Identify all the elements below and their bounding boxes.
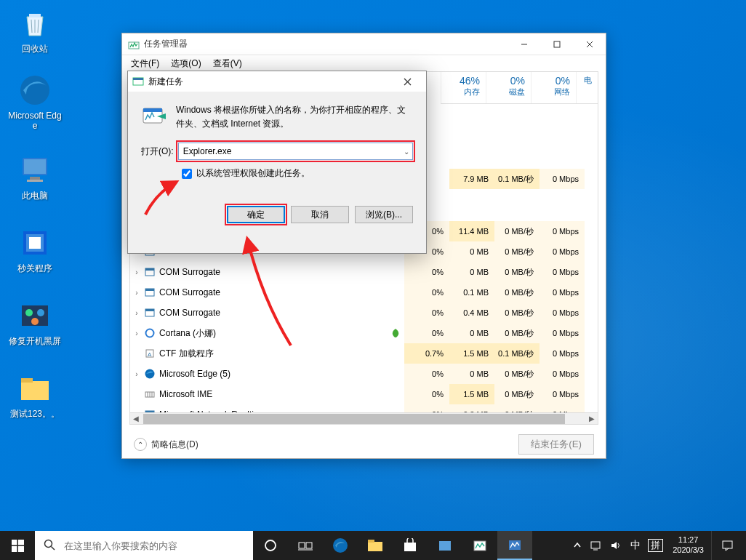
notifications-icon[interactable] — [711, 531, 743, 560]
desktop-icon-this-pc[interactable]: 此电脑 — [7, 153, 63, 201]
cell-cpu: 0% — [404, 323, 449, 343]
svg-rect-49 — [12, 540, 17, 545]
task-manager-icon — [128, 39, 140, 50]
partial-row: 7.9 MB 0.1 MB/秒 0 Mbps — [449, 169, 598, 189]
taskbar-store[interactable] — [393, 531, 428, 560]
desktop-icon-label: 秒关程序 — [7, 263, 63, 273]
start-button[interactable] — [0, 531, 35, 560]
svg-point-13 — [25, 309, 33, 316]
fewer-details-toggle[interactable]: ⌃ 简略信息(D) — [134, 438, 198, 451]
run-program-icon — [141, 103, 167, 129]
cell-disk: 0 MB/秒 — [494, 282, 540, 303]
cortana-icon[interactable] — [253, 531, 288, 560]
browse-button[interactable]: 浏览(B)... — [355, 206, 413, 223]
menu-options[interactable]: 选项(O) — [167, 56, 205, 71]
desktop-icon-repair[interactable]: 修复开机黑屏 — [7, 298, 63, 346]
taskbar-clock[interactable]: 11:27 2020/3/3 — [667, 535, 710, 556]
expand-icon[interactable]: › — [130, 370, 143, 378]
ok-button[interactable]: 确定 — [227, 206, 285, 223]
svg-rect-11 — [29, 237, 41, 249]
svg-rect-66 — [591, 542, 600, 548]
cell-disk: 0 MB/秒 — [494, 384, 540, 404]
svg-rect-28 — [145, 268, 154, 271]
cell-mem: 0 MB — [449, 323, 494, 343]
minimize-button[interactable] — [508, 33, 540, 55]
ime-mode[interactable]: 拼 — [648, 539, 663, 552]
expand-icon[interactable]: › — [130, 268, 143, 276]
window-title: 任务管理器 — [144, 38, 508, 50]
expand-icon[interactable]: › — [130, 329, 143, 337]
desktop-icon-edge[interactable]: Microsoft Edge — [7, 73, 63, 132]
svg-point-15 — [31, 318, 39, 325]
taskbar-search[interactable] — [35, 531, 253, 560]
footer-bar: ⌃ 简略信息(D) 结束任务(E) — [129, 431, 598, 458]
svg-point-33 — [146, 329, 154, 337]
table-row[interactable]: Microsoft IME0%1.5 MB0 MB/秒0 Mbps — [130, 384, 598, 404]
dialog-close-button[interactable] — [393, 71, 422, 92]
column-header[interactable]: 0%磁盘 — [486, 72, 531, 103]
search-input[interactable] — [64, 531, 253, 560]
tray-network-icon[interactable] — [586, 531, 605, 560]
close-button[interactable] — [573, 33, 606, 55]
table-row[interactable]: ›Cortana (小娜)0%0 MB0 MB/秒0 Mbps — [130, 323, 598, 343]
cell-net: 0 Mbps — [540, 241, 585, 262]
admin-checkbox[interactable] — [182, 169, 192, 179]
maximize-button[interactable] — [540, 33, 573, 55]
chevron-down-icon[interactable]: ⌄ — [404, 148, 409, 156]
clock-date: 2020/3/3 — [673, 545, 704, 556]
table-row[interactable]: ›COM Surrogate0%0.1 MB0 MB/秒0 Mbps — [130, 282, 598, 303]
sec-app-icon — [17, 225, 52, 260]
svg-rect-16 — [21, 381, 49, 400]
cell-disk: 0.1 MB/秒 — [494, 343, 540, 364]
end-task-button[interactable]: 结束任务(E) — [518, 434, 594, 455]
menu-view[interactable]: 查看(V) — [209, 56, 246, 71]
open-input[interactable] — [183, 146, 408, 156]
cell-mem: 7.9 MB — [449, 169, 494, 189]
desktop-icon-sec-app[interactable]: 秒关程序 — [7, 225, 63, 273]
fewer-details-label: 简略信息(D) — [151, 439, 198, 451]
dialog-description: Windows 将根据你所键入的名称，为你打开相应的程序、文件夹、文档或 Int… — [176, 103, 413, 131]
taskbar-taskmgr[interactable] — [497, 531, 532, 560]
svg-rect-48 — [143, 108, 162, 112]
desktop-icon-recycle-bin[interactable]: 回收站 — [7, 6, 63, 54]
scroll-left-icon[interactable]: ◀ — [130, 415, 142, 423]
column-header[interactable]: 电 — [576, 72, 598, 103]
table-row[interactable]: ›Microsoft Edge (5)0%0 MB0 MB/秒0 Mbps — [130, 364, 598, 384]
taskbar-edge[interactable] — [323, 531, 358, 560]
cell-disk: 0 MB/秒 — [494, 221, 540, 241]
cell-cpu: 0% — [404, 364, 449, 384]
tray-volume-icon[interactable] — [606, 531, 625, 560]
table-row[interactable]: ›COM Surrogate0%0.4 MB0 MB/秒0 Mbps — [130, 303, 598, 323]
menu-file[interactable]: 文件(F) — [127, 56, 164, 71]
taskbar-app2[interactable] — [462, 531, 497, 560]
cancel-button[interactable]: 取消 — [291, 206, 349, 223]
column-header[interactable]: 0%网络 — [531, 72, 576, 103]
expand-icon[interactable]: › — [130, 289, 143, 297]
cell-cpu: 0% — [404, 282, 449, 303]
new-task-dialog: 新建任务 Windows 将根据你所键入的名称，为你打开相应的程序、文件夹、文档… — [127, 71, 427, 254]
table-row[interactable]: ›COM Surrogate0%0 MB0 MB/秒0 Mbps — [130, 262, 598, 282]
svg-point-55 — [265, 540, 276, 551]
desktop-icon-folder-test[interactable]: 测试123。。 — [7, 371, 63, 419]
cell-mem: 0 MB — [449, 241, 494, 262]
expand-icon[interactable]: › — [130, 309, 143, 317]
table-row[interactable]: ACTF 加载程序0.7%1.5 MB0.1 MB/秒0 Mbps — [130, 343, 598, 364]
ime-indicator[interactable]: 中 — [627, 531, 644, 560]
folder-test-icon — [17, 371, 52, 406]
taskbar-app1[interactable] — [428, 531, 462, 560]
cell-mem: 1.5 MB — [449, 384, 494, 404]
cell-net: 0 Mbps — [540, 384, 585, 404]
tray-overflow-icon[interactable] — [570, 531, 585, 560]
dialog-titlebar[interactable]: 新建任务 — [128, 71, 426, 92]
titlebar[interactable]: 任务管理器 — [122, 33, 606, 55]
taskbar-explorer[interactable] — [358, 531, 393, 560]
scroll-right-icon[interactable]: ▶ — [586, 415, 598, 423]
open-combobox[interactable]: ⌄ — [178, 143, 413, 160]
svg-rect-62 — [404, 543, 416, 551]
task-view-icon[interactable] — [288, 531, 323, 560]
cell-mem: 11.4 MB — [449, 221, 494, 241]
desktop-icon-label: 回收站 — [7, 44, 63, 54]
scroll-thumb[interactable] — [143, 414, 565, 424]
column-header[interactable]: 46%内存 — [441, 72, 486, 103]
horizontal-scrollbar[interactable]: ◀ ▶ — [130, 412, 598, 424]
